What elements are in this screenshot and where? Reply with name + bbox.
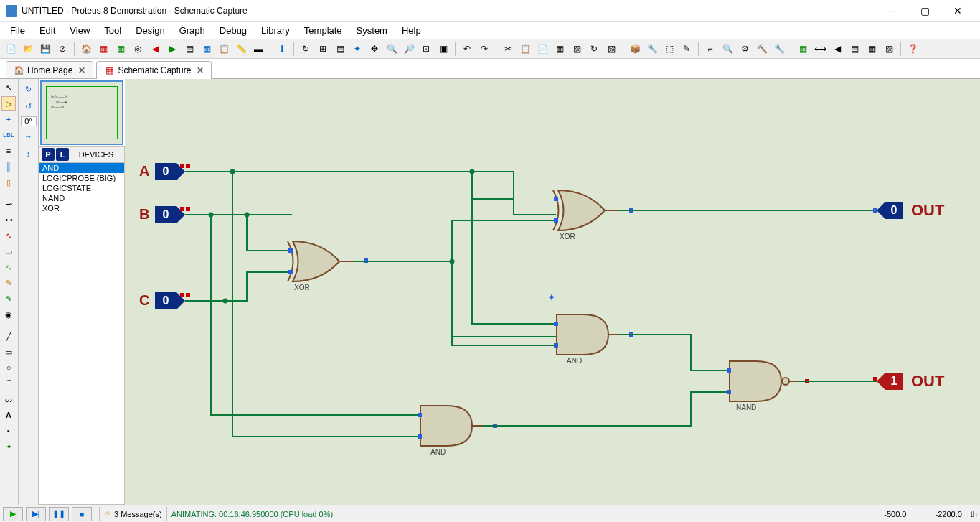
wire[interactable] xyxy=(451,345,556,346)
device-item-and[interactable]: AND xyxy=(39,163,124,173)
device-item-logicstate[interactable]: LOGICSTATE xyxy=(39,183,124,193)
layers-button[interactable]: ▤ xyxy=(332,41,348,57)
input-b-logicstate[interactable]: 0 xyxy=(155,206,176,223)
wire[interactable] xyxy=(210,414,420,416)
make-button[interactable]: 🔧 xyxy=(644,41,660,57)
wire-autoroute-button[interactable]: ⌐ xyxy=(702,41,718,57)
tab-schematic[interactable]: ▦ Schematic Capture ✕ xyxy=(96,61,212,79)
ruler-button[interactable]: 📏 xyxy=(233,41,249,57)
menu-debug[interactable]: Debug xyxy=(212,24,254,37)
wire[interactable] xyxy=(451,261,453,337)
wire[interactable] xyxy=(471,198,513,200)
wire[interactable] xyxy=(246,271,248,302)
subcircuit-mode[interactable]: ▯ xyxy=(1,175,16,190)
maximize-button[interactable]: ▢ xyxy=(908,0,941,22)
menu-help[interactable]: Help xyxy=(395,24,428,37)
line-2d[interactable]: ╱ xyxy=(1,329,16,343)
tab-home[interactable]: 🏠 Home Page ✕ xyxy=(6,61,93,78)
wire[interactable] xyxy=(210,214,212,415)
block-rotate-button[interactable]: ↻ xyxy=(586,41,602,57)
wire[interactable] xyxy=(185,214,292,215)
wire[interactable] xyxy=(619,334,691,335)
erc-button[interactable]: ▦ xyxy=(795,41,811,57)
wire-label-mode[interactable]: LBL xyxy=(1,128,16,142)
wire[interactable] xyxy=(690,334,692,371)
menu-graph[interactable]: Graph xyxy=(172,24,212,37)
rotate-cw[interactable]: ↻ xyxy=(22,82,36,96)
close-project-button[interactable]: ⊘ xyxy=(55,41,70,57)
wire[interactable] xyxy=(513,214,556,215)
pan-button[interactable]: ✥ xyxy=(367,41,382,57)
gate-xor2[interactable] xyxy=(551,187,623,234)
wire[interactable] xyxy=(232,171,233,437)
grid-button[interactable]: ⊞ xyxy=(315,41,331,57)
bus-mode[interactable]: ╫ xyxy=(1,159,16,174)
wire[interactable] xyxy=(690,391,692,427)
block-move-button[interactable]: ▨ xyxy=(569,41,585,57)
graph-mode[interactable]: ∿ xyxy=(1,228,16,243)
property-button[interactable]: ⚙ xyxy=(737,41,753,57)
block-copy-button[interactable]: ▦ xyxy=(552,41,567,57)
wire[interactable] xyxy=(451,220,453,262)
device-pins-mode[interactable]: ⊷ xyxy=(1,213,16,227)
devices-list[interactable]: AND LOGICPROBE (BIG) LOGICSTATE NAND XOR xyxy=(39,162,125,505)
arc-2d[interactable]: ⌒ xyxy=(1,376,16,391)
wire[interactable] xyxy=(225,300,248,302)
search-button[interactable]: 🔍 xyxy=(720,41,735,57)
menu-library[interactable]: Library xyxy=(254,24,297,37)
device-item-logicprobe[interactable]: LOGICPROBE (BIG) xyxy=(39,173,124,183)
menu-tool[interactable]: Tool xyxy=(97,24,128,37)
info-button[interactable]: ℹ xyxy=(274,41,290,57)
overview-window[interactable]: ⊳⊳──⊳ ⊳──▸⊳──⊳ xyxy=(40,80,123,145)
wire[interactable] xyxy=(799,381,877,382)
zoom-all-button[interactable]: ⊡ xyxy=(418,41,434,57)
input-a-logicstate[interactable]: 0 xyxy=(155,163,176,180)
redo-button[interactable]: ↷ xyxy=(476,41,492,57)
close-tab-schematic[interactable]: ✕ xyxy=(197,65,204,75)
block-delete-button[interactable]: ▧ xyxy=(603,41,619,57)
paste-button[interactable]: 📄 xyxy=(534,41,550,57)
menu-file[interactable]: File xyxy=(3,24,32,37)
wire[interactable] xyxy=(619,210,877,211)
schematic-canvas[interactable]: ✦ A B C 0 0 0 xyxy=(125,79,980,505)
pcb-button[interactable]: ▦ xyxy=(113,41,128,57)
minimize-button[interactable]: ─ xyxy=(875,0,908,22)
wire[interactable] xyxy=(232,436,420,437)
wire[interactable] xyxy=(471,323,556,325)
wire[interactable] xyxy=(451,336,556,337)
wire[interactable] xyxy=(354,261,453,262)
zoom-out-button[interactable]: 🔎 xyxy=(401,41,417,57)
output-carry-probe[interactable]: 1 xyxy=(885,373,903,390)
device-item-nand[interactable]: NAND xyxy=(39,193,124,203)
wire[interactable] xyxy=(690,370,729,371)
marker-2d[interactable]: ✦ xyxy=(1,439,16,454)
bom-button[interactable]: ▤ xyxy=(182,41,197,57)
menu-view[interactable]: View xyxy=(62,24,97,37)
zoom-area-button[interactable]: ▣ xyxy=(435,41,451,57)
zoom-in-button[interactable]: 🔍 xyxy=(384,41,400,57)
tool-button[interactable]: 🔨 xyxy=(754,41,770,57)
save-button[interactable]: 💾 xyxy=(37,41,53,57)
menu-template[interactable]: Template xyxy=(297,24,349,37)
sheet-button[interactable]: ▬ xyxy=(250,41,266,57)
gate-and1[interactable] xyxy=(551,311,623,358)
material-button[interactable]: ▦ xyxy=(864,41,880,57)
component-mode[interactable]: ▷ xyxy=(1,96,16,111)
close-button[interactable]: ✕ xyxy=(941,0,974,22)
copy-button[interactable]: 📋 xyxy=(517,41,533,57)
libraries-button[interactable]: L xyxy=(56,148,69,161)
instruments-mode[interactable]: ◉ xyxy=(1,307,16,322)
circle-2d[interactable]: ○ xyxy=(1,360,16,375)
gerber2-button[interactable]: ▶ xyxy=(164,41,180,57)
help2-button[interactable]: ❓ xyxy=(905,41,920,57)
messages-label[interactable]: 3 Message(s) xyxy=(114,510,162,518)
wire[interactable] xyxy=(246,271,291,273)
wire[interactable] xyxy=(246,214,248,251)
package-button[interactable]: 🔧 xyxy=(771,41,787,57)
text-2d[interactable]: A xyxy=(1,408,16,422)
wire[interactable] xyxy=(471,171,473,325)
gate-xor1[interactable] xyxy=(286,238,357,285)
wire[interactable] xyxy=(483,425,692,427)
new-button[interactable]: 📄 xyxy=(3,41,19,57)
undo-button[interactable]: ↶ xyxy=(459,41,475,57)
